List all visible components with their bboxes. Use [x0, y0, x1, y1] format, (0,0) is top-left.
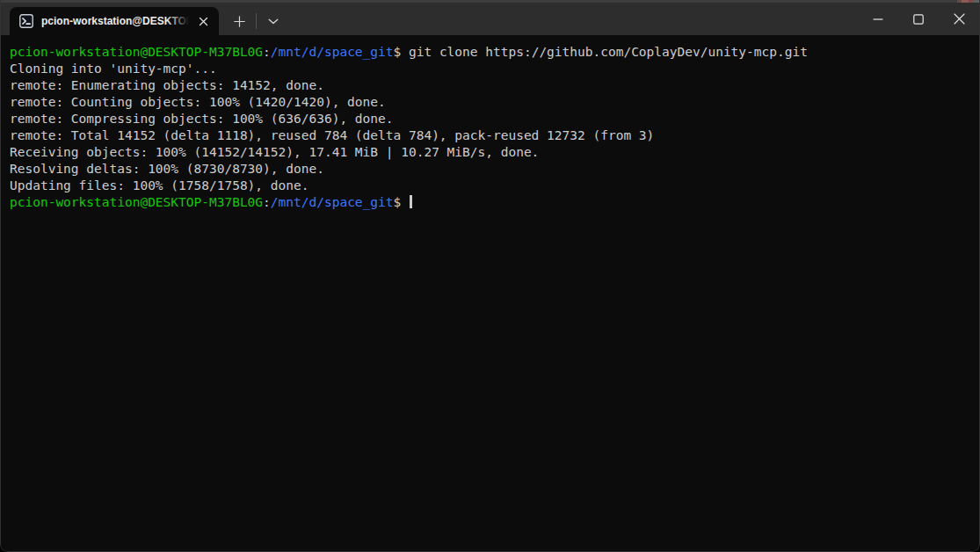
tab-title: pcion-workstation@DESKTOP- [41, 14, 189, 28]
terminal-output: pcion-workstation@DESKTOP-M37BL0G:/mnt/d… [10, 44, 970, 211]
terminal-line: Resolving deltas: 100% (8730/8730), done… [10, 161, 970, 178]
plus-icon [234, 16, 245, 27]
close-window-icon [954, 13, 965, 25]
close-window-button[interactable] [939, 3, 979, 35]
tab-wsl-session[interactable]: pcion-workstation@DESKTOP- [10, 7, 219, 35]
terminal-line: Receiving objects: 100% (14152/14152), 1… [10, 144, 970, 161]
terminal-cursor [410, 195, 412, 208]
terminal-line: Updating files: 100% (1758/1758), done. [10, 178, 970, 194]
maximize-button[interactable] [898, 3, 939, 35]
terminal-line: pcion-workstation@DESKTOP-M37BL0G:/mnt/d… [10, 44, 970, 61]
terminal-prompt-icon [19, 14, 33, 28]
caption-buttons [858, 3, 979, 35]
minimize-button[interactable] [858, 3, 898, 35]
new-tab-button[interactable] [226, 10, 252, 33]
terminal-line: pcion-workstation@DESKTOP-M37BL0G:/mnt/d… [10, 194, 970, 211]
title-bar[interactable]: pcion-workstation@DESKTOP- [1, 3, 979, 35]
close-icon [199, 17, 208, 26]
terminal-viewport[interactable]: pcion-workstation@DESKTOP-M37BL0G:/mnt/d… [1, 35, 979, 552]
terminal-window: pcion-workstation@DESKTOP- [0, 0, 980, 552]
tab-title-fade [166, 14, 189, 28]
terminal-line: remote: Compressing objects: 100% (636/6… [10, 111, 970, 127]
terminal-line: Cloning into 'unity-mcp'... [10, 61, 970, 77]
terminal-line: remote: Total 14152 (delta 1118), reused… [10, 127, 970, 144]
tab-dropdown-button[interactable] [260, 10, 287, 33]
terminal-line: remote: Enumerating objects: 14152, done… [10, 77, 970, 94]
chevron-down-icon [268, 18, 279, 25]
maximize-icon [913, 14, 924, 25]
tabbar-divider [256, 13, 257, 29]
tab-close-button[interactable] [192, 11, 214, 32]
minimize-icon [873, 14, 883, 25]
terminal-line: remote: Counting objects: 100% (1420/142… [10, 94, 970, 111]
